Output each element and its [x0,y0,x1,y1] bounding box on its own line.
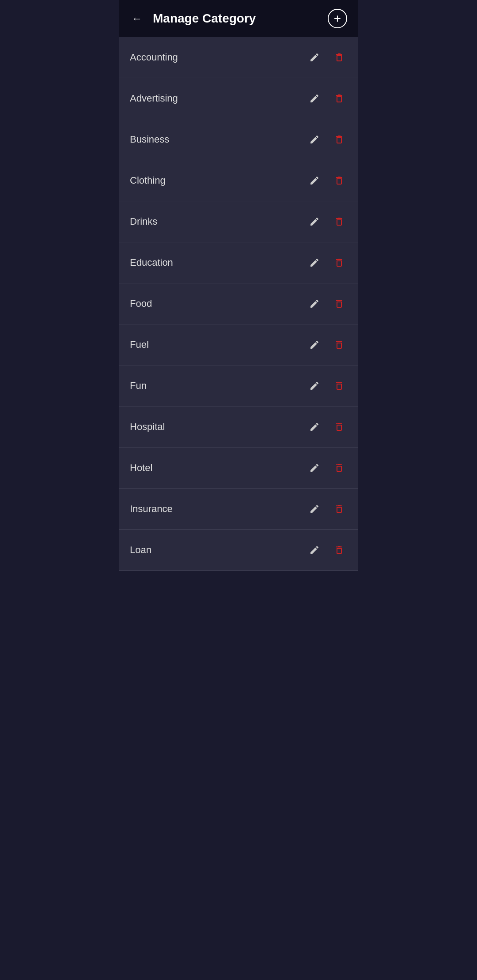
trash-icon [334,422,344,432]
edit-category-button-education[interactable] [307,255,322,271]
header-left: ← Manage Category [130,11,256,26]
edit-category-button-food[interactable] [307,296,322,312]
category-actions [307,49,347,65]
category-name-label: Advertising [130,93,307,104]
category-actions [307,501,347,517]
header: ← Manage Category + [119,0,358,37]
edit-category-button-insurance[interactable] [307,501,322,517]
category-name-label: Drinks [130,216,307,227]
pencil-icon [309,504,320,514]
trash-icon [334,134,344,145]
page-title: Manage Category [153,11,256,26]
category-name-label: Loan [130,544,307,556]
pencil-icon [309,339,320,350]
delete-category-button-food[interactable] [331,296,347,312]
list-item: Food [119,283,358,324]
category-actions [307,542,347,558]
list-item: Accounting [119,37,358,78]
trash-icon [334,175,344,186]
pencil-icon [309,52,320,63]
edit-category-button-accounting[interactable] [307,49,322,65]
list-item: Education [119,242,358,283]
pencil-icon [309,93,320,104]
category-actions [307,419,347,435]
list-item: Business [119,119,358,160]
category-actions [307,214,347,230]
list-item: Fuel [119,324,358,366]
category-name-label: Hotel [130,462,307,474]
delete-category-button-accounting[interactable] [331,49,347,65]
edit-category-button-advertising[interactable] [307,90,322,106]
category-list: Accounting Advertising Business Clothing… [119,37,358,571]
pencil-icon [309,175,320,186]
category-name-label: Business [130,134,307,145]
delete-category-button-hospital[interactable] [331,419,347,435]
delete-category-button-clothing[interactable] [331,173,347,188]
category-actions [307,132,347,147]
trash-icon [334,504,344,514]
edit-category-button-clothing[interactable] [307,173,322,188]
edit-category-button-drinks[interactable] [307,214,322,230]
edit-category-button-hospital[interactable] [307,419,322,435]
list-item: Clothing [119,160,358,201]
pencil-icon [309,298,320,309]
category-actions [307,296,347,312]
category-name-label: Insurance [130,503,307,515]
edit-category-button-fuel[interactable] [307,337,322,353]
trash-icon [334,463,344,473]
category-name-label: Fun [130,380,307,392]
category-name-label: Clothing [130,175,307,186]
list-item: Fun [119,366,358,407]
edit-category-button-business[interactable] [307,132,322,147]
category-actions [307,255,347,271]
list-item: Advertising [119,78,358,119]
trash-icon [334,216,344,227]
trash-icon [334,257,344,268]
trash-icon [334,339,344,350]
list-item: Hospital [119,407,358,448]
delete-category-button-business[interactable] [331,132,347,147]
category-actions [307,460,347,476]
pencil-icon [309,545,320,555]
delete-category-button-education[interactable] [331,255,347,271]
delete-category-button-advertising[interactable] [331,90,347,106]
back-button[interactable]: ← [130,11,144,26]
category-actions [307,173,347,188]
trash-icon [334,298,344,309]
delete-category-button-insurance[interactable] [331,501,347,517]
trash-icon [334,381,344,391]
list-item: Drinks [119,201,358,242]
trash-icon [334,93,344,104]
list-item: Hotel [119,448,358,489]
add-category-button[interactable]: + [328,9,347,28]
delete-category-button-fun[interactable] [331,378,347,394]
pencil-icon [309,422,320,432]
list-item: Insurance [119,489,358,530]
category-name-label: Hospital [130,421,307,433]
category-name-label: Education [130,257,307,268]
pencil-icon [309,134,320,145]
category-name-label: Accounting [130,52,307,63]
category-name-label: Food [130,298,307,309]
delete-category-button-hotel[interactable] [331,460,347,476]
category-actions [307,90,347,106]
app-container: ← Manage Category + Accounting Advertisi… [119,0,358,571]
category-actions [307,378,347,394]
delete-category-button-fuel[interactable] [331,337,347,353]
pencil-icon [309,381,320,391]
delete-category-button-drinks[interactable] [331,214,347,230]
category-name-label: Fuel [130,339,307,351]
edit-category-button-fun[interactable] [307,378,322,394]
list-item: Loan [119,530,358,571]
trash-icon [334,52,344,63]
edit-category-button-hotel[interactable] [307,460,322,476]
pencil-icon [309,463,320,473]
category-actions [307,337,347,353]
pencil-icon [309,257,320,268]
pencil-icon [309,216,320,227]
trash-icon [334,545,344,555]
edit-category-button-loan[interactable] [307,542,322,558]
delete-category-button-loan[interactable] [331,542,347,558]
